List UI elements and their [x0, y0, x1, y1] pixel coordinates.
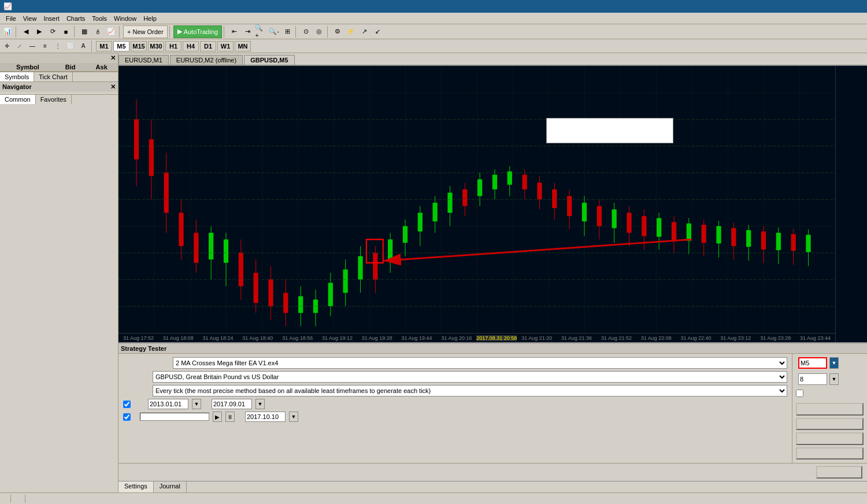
- svg-rect-91: [791, 234, 796, 251]
- tool2[interactable]: ↙: [371, 25, 384, 38]
- tool1[interactable]: ↗: [358, 25, 370, 38]
- channel-button[interactable]: ≡: [39, 40, 51, 52]
- indicators2-button[interactable]: ◎: [313, 25, 325, 38]
- minimize-button[interactable]: [830, 2, 840, 11]
- crosshair-button[interactable]: ✛: [1, 40, 13, 52]
- navigator-close[interactable]: ✕: [110, 83, 116, 91]
- start-button[interactable]: [816, 466, 862, 479]
- chart-type-bar[interactable]: ▦: [78, 25, 91, 38]
- toolbar-timeframe: ✛ ⟋ — ≡ ⋮ ⬜ A M1 M5 M15 M30 H1 H4 D1 W1 …: [0, 39, 867, 53]
- tf-w1[interactable]: W1: [217, 41, 234, 51]
- chart-area: EURUSD,M1 EURUSD,M2 (offline) GBPUSD,M5: [118, 53, 867, 342]
- time-label-3: 31 Aug 18:24: [198, 335, 238, 341]
- new-chart-button[interactable]: 📊: [1, 25, 14, 38]
- mw-tab-symbols[interactable]: Symbols: [0, 72, 34, 81]
- from-calendar-button[interactable]: ▼: [192, 399, 201, 409]
- menu-insert[interactable]: Insert: [40, 14, 63, 23]
- order-icon: +: [127, 28, 131, 35]
- menu-file[interactable]: File: [2, 14, 20, 23]
- hline-button[interactable]: —: [27, 40, 38, 52]
- symbol-dropdown[interactable]: GBPUSD, Great Britain Pound vs US Dollar: [153, 371, 787, 383]
- from-date-input[interactable]: [148, 399, 188, 409]
- strategy-tester: Strategy Tester 2 MA Crosses Mega filter…: [118, 342, 867, 492]
- zoom-in-button[interactable]: 🔍+: [254, 25, 267, 38]
- refresh-button[interactable]: ⟳: [46, 25, 59, 38]
- chart-type-candle[interactable]: 🕯: [91, 25, 104, 38]
- skip-calendar-button[interactable]: ▼: [289, 412, 298, 422]
- menu-view[interactable]: View: [20, 14, 40, 23]
- st-tab-journal[interactable]: Journal: [154, 481, 187, 492]
- back-button[interactable]: ◀: [20, 25, 32, 38]
- rect-button[interactable]: ⬜: [65, 40, 76, 52]
- autotrading-button[interactable]: ▶ AutoTrading: [173, 25, 223, 38]
- pause-button[interactable]: ⏸: [225, 412, 235, 422]
- tab-eurusd-m1[interactable]: EURUSD,M1: [118, 55, 169, 65]
- symbol-row: GBPUSD, Great Britain Pound vs US Dollar: [123, 371, 787, 383]
- tf-m15[interactable]: M15: [131, 41, 147, 51]
- sep2: [74, 26, 76, 38]
- fib-button[interactable]: ⋮: [52, 40, 64, 52]
- text-button[interactable]: A: [77, 40, 89, 52]
- expert2-button[interactable]: ⚡: [344, 25, 357, 38]
- play-button[interactable]: ▶: [213, 412, 222, 422]
- modify-expert-button[interactable]: [796, 447, 864, 460]
- symbol-properties-button[interactable]: [796, 418, 864, 431]
- open-chart-button[interactable]: [796, 432, 864, 445]
- grid-button[interactable]: ⊞: [281, 25, 294, 38]
- to-date-input[interactable]: [212, 399, 252, 409]
- new-order-button[interactable]: + New Order: [123, 25, 168, 38]
- menu-charts[interactable]: Charts: [63, 14, 88, 23]
- market-watch-close[interactable]: ✕: [110, 54, 116, 62]
- model-row: Every tick (the most precise method base…: [123, 385, 787, 396]
- time-label-9: 31 Aug 20:16: [437, 335, 477, 341]
- nav-tab-common[interactable]: Common: [0, 95, 36, 104]
- tf-h4[interactable]: H4: [183, 41, 199, 51]
- close-button[interactable]: [853, 2, 864, 11]
- chart-shift-button[interactable]: ⇤: [228, 25, 240, 38]
- tf-h1[interactable]: H1: [165, 41, 181, 51]
- to-calendar-button[interactable]: ▼: [255, 399, 265, 409]
- line-button[interactable]: ⟋: [14, 40, 25, 52]
- use-date-checkbox[interactable]: [123, 401, 131, 408]
- spread-spin-button[interactable]: ▼: [829, 373, 839, 385]
- left-panel: ✕ Symbol Bid Ask Symbols Tick Chart: [0, 53, 118, 492]
- model-dropdown[interactable]: Every tick (the most precise method base…: [153, 385, 787, 396]
- mw-tab-tickchart[interactable]: Tick Chart: [34, 72, 73, 81]
- nav-tab-favorites[interactable]: Favorites: [36, 95, 72, 104]
- tf-d1[interactable]: D1: [200, 41, 216, 51]
- tf-m5[interactable]: M5: [113, 41, 129, 51]
- visual-mode-slider[interactable]: [140, 413, 209, 421]
- maximize-button[interactable]: [842, 2, 852, 11]
- menu-window[interactable]: Window: [110, 14, 140, 23]
- chart-type-line[interactable]: 📈: [105, 25, 117, 38]
- period-input[interactable]: [798, 357, 827, 369]
- period-spin-button[interactable]: ▼: [829, 357, 839, 369]
- tf-m30[interactable]: M30: [148, 41, 164, 51]
- zoom-out-button[interactable]: 🔍-: [268, 25, 280, 38]
- visual-mode-checkbox[interactable]: [123, 413, 131, 421]
- menu-help[interactable]: Help: [140, 14, 160, 23]
- skip-to-input[interactable]: [245, 412, 286, 422]
- indicators-button[interactable]: ⊙: [299, 25, 312, 38]
- autoscroll-button[interactable]: ⇥: [241, 25, 254, 38]
- st-tab-settings[interactable]: Settings: [118, 481, 154, 492]
- expert-button[interactable]: ⚙: [331, 25, 344, 38]
- time-label-8: 31 Aug 19:44: [397, 335, 437, 341]
- svg-rect-85: [746, 230, 751, 247]
- optimization-checkbox[interactable]: [796, 390, 803, 397]
- expert-properties-button[interactable]: [796, 403, 864, 416]
- window-controls[interactable]: [830, 2, 864, 11]
- spread-input[interactable]: [798, 373, 827, 385]
- forward-button[interactable]: ▶: [33, 25, 46, 38]
- tf-mn[interactable]: MN: [235, 41, 251, 51]
- sep3: [119, 26, 121, 38]
- svg-rect-25: [298, 296, 303, 313]
- svg-rect-59: [552, 190, 557, 208]
- ea-dropdown[interactable]: 2 MA Crosses Mega filter EA V1.ex4: [173, 357, 787, 369]
- stop-button[interactable]: ■: [60, 25, 72, 38]
- tab-eurusd-m2[interactable]: EURUSD,M2 (offline): [170, 55, 243, 65]
- svg-rect-9: [179, 213, 183, 246]
- tf-m1[interactable]: M1: [96, 41, 112, 51]
- menu-tools[interactable]: Tools: [88, 14, 110, 23]
- tab-gbpusd-m5[interactable]: GBPUSD,M5: [244, 55, 294, 65]
